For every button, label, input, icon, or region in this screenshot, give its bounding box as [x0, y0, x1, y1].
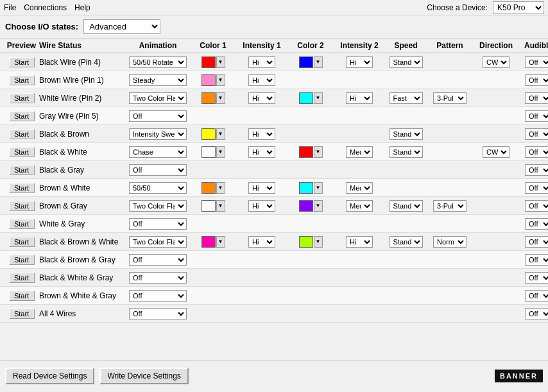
- color1-dropdown-arrow[interactable]: ▼: [216, 146, 225, 158]
- start-button[interactable]: Start: [9, 57, 35, 67]
- intensity2-select[interactable]: HiMedLow: [346, 146, 373, 158]
- color2-dropdown-arrow[interactable]: ▼: [314, 200, 323, 212]
- animation-select[interactable]: OffSteady50/5050/50 RotateChaseTwo Color…: [129, 74, 187, 86]
- start-button[interactable]: Start: [9, 273, 35, 283]
- audible-select[interactable]: OffOn: [525, 110, 548, 122]
- io-select[interactable]: Simple Advanced Expert: [83, 19, 160, 34]
- color2-dropdown-arrow[interactable]: ▼: [314, 236, 323, 248]
- color1-swatch[interactable]: [201, 146, 216, 158]
- start-button[interactable]: Start: [9, 93, 35, 103]
- start-button[interactable]: Start: [9, 75, 35, 85]
- read-device-btn[interactable]: Read Device Settings: [5, 368, 94, 384]
- audible-select[interactable]: OffOn: [525, 236, 548, 248]
- color2-dropdown-arrow[interactable]: ▼: [314, 182, 323, 194]
- intensity1-select[interactable]: HiMedLow: [248, 236, 275, 248]
- color2-swatch[interactable]: [299, 236, 313, 248]
- intensity1-select[interactable]: HiMedLow: [248, 146, 275, 158]
- menu-help[interactable]: Help: [74, 3, 90, 12]
- start-button[interactable]: Start: [9, 255, 35, 265]
- intensity1-select[interactable]: HiMedLow: [248, 182, 275, 194]
- audible-select[interactable]: OffOn: [525, 200, 548, 212]
- speed-select[interactable]: FastMedStandSlow: [390, 146, 423, 158]
- menu-file[interactable]: File: [4, 3, 16, 12]
- start-button[interactable]: Start: [9, 201, 35, 211]
- start-button[interactable]: Start: [9, 147, 35, 157]
- pattern-select[interactable]: Norm3-Pul5-Pul: [433, 236, 467, 248]
- start-button[interactable]: Start: [9, 309, 35, 319]
- color1-dropdown-arrow[interactable]: ▼: [216, 200, 225, 212]
- audible-select[interactable]: OffOn: [525, 128, 548, 140]
- audible-select[interactable]: OffOn: [525, 146, 548, 158]
- intensity1-select[interactable]: HiMedLow: [248, 74, 275, 86]
- color1-dropdown-arrow[interactable]: ▼: [216, 182, 225, 194]
- animation-select[interactable]: OffSteady50/5050/50 RotateChaseTwo Color…: [129, 218, 187, 230]
- intensity2-select[interactable]: HiMedLow: [346, 182, 373, 194]
- audible-select[interactable]: OffOn: [525, 164, 548, 176]
- menu-connections[interactable]: Connections: [24, 3, 67, 12]
- animation-select[interactable]: OffSteady50/5050/50 RotateChaseTwo Color…: [129, 272, 187, 284]
- color2-swatch[interactable]: [299, 182, 313, 194]
- color2-dropdown-arrow[interactable]: ▼: [314, 56, 323, 68]
- start-button[interactable]: Start: [9, 237, 35, 247]
- audible-select[interactable]: OffOn: [525, 254, 548, 266]
- start-button[interactable]: Start: [9, 111, 35, 121]
- color1-swatch[interactable]: [201, 200, 216, 212]
- animation-select[interactable]: OffSteady50/5050/50 RotateChaseTwo Color…: [129, 56, 187, 68]
- start-button[interactable]: Start: [9, 129, 35, 139]
- speed-select[interactable]: FastMedStandSlow: [390, 92, 423, 104]
- intensity2-select[interactable]: HiMedLow: [346, 236, 373, 248]
- animation-select[interactable]: OffSteady50/5050/50 RotateChaseTwo Color…: [129, 146, 187, 158]
- color1-swatch[interactable]: [201, 128, 216, 140]
- animation-select[interactable]: OffSteady50/5050/50 RotateChaseTwo Color…: [129, 92, 187, 104]
- start-button[interactable]: Start: [9, 219, 35, 229]
- pattern-select[interactable]: Norm3-Pul5-Pul: [433, 92, 467, 104]
- audible-select[interactable]: OffOn: [525, 92, 548, 104]
- color1-dropdown-arrow[interactable]: ▼: [216, 74, 225, 86]
- color1-swatch[interactable]: [201, 236, 216, 248]
- animation-select[interactable]: OffSteady50/5050/50 RotateChaseTwo Color…: [129, 254, 187, 266]
- color1-swatch[interactable]: [201, 56, 216, 68]
- color1-dropdown-arrow[interactable]: ▼: [216, 92, 225, 104]
- intensity2-select[interactable]: HiMedLow: [346, 92, 373, 104]
- animation-select[interactable]: OffSteady50/5050/50 RotateChaseTwo Color…: [129, 308, 187, 320]
- intensity1-select[interactable]: HiMedLow: [248, 128, 275, 140]
- write-device-btn[interactable]: Write Device Settings: [99, 368, 189, 384]
- color1-dropdown-arrow[interactable]: ▼: [216, 236, 225, 248]
- device-select[interactable]: K50 Pro: [493, 1, 544, 14]
- color2-swatch[interactable]: [299, 200, 313, 212]
- audible-select[interactable]: OffOn: [525, 272, 548, 284]
- audible-select[interactable]: OffOn: [525, 290, 548, 302]
- color2-dropdown-arrow[interactable]: ▼: [314, 146, 323, 158]
- color2-dropdown-arrow[interactable]: ▼: [314, 92, 323, 104]
- start-button[interactable]: Start: [9, 165, 35, 175]
- animation-select[interactable]: OffSteady50/5050/50 RotateChaseTwo Color…: [129, 128, 187, 140]
- animation-select[interactable]: OffSteady50/5050/50 RotateChaseTwo Color…: [129, 290, 187, 302]
- intensity1-select[interactable]: HiMedLow: [248, 92, 275, 104]
- color1-dropdown-arrow[interactable]: ▼: [216, 128, 225, 140]
- color1-swatch[interactable]: [201, 182, 216, 194]
- pattern-select[interactable]: Norm3-Pul5-Pul: [433, 200, 467, 212]
- direction-select[interactable]: CWCCW: [483, 56, 509, 68]
- audible-select[interactable]: OffOn: [525, 218, 548, 230]
- animation-select[interactable]: OffSteady50/5050/50 RotateChaseTwo Color…: [129, 110, 187, 122]
- audible-select[interactable]: OffOn: [525, 308, 548, 320]
- animation-select[interactable]: OffSteady50/5050/50 RotateChaseTwo Color…: [129, 164, 187, 176]
- animation-select[interactable]: OffSteady50/5050/50 RotateChaseTwo Color…: [129, 200, 187, 212]
- speed-select[interactable]: FastMedStandSlow: [390, 200, 423, 212]
- color2-swatch[interactable]: [299, 56, 313, 68]
- start-button[interactable]: Start: [9, 291, 35, 301]
- color2-swatch[interactable]: [299, 146, 313, 158]
- intensity2-select[interactable]: HiMedLow: [346, 200, 373, 212]
- speed-select[interactable]: FastMedStandSlow: [390, 56, 423, 68]
- intensity1-select[interactable]: HiMedLow: [248, 56, 275, 68]
- audible-select[interactable]: OffOn: [525, 182, 548, 194]
- intensity1-select[interactable]: HiMedLow: [248, 200, 275, 212]
- audible-select[interactable]: OffOn: [525, 56, 548, 68]
- color2-swatch[interactable]: [299, 92, 313, 104]
- color1-swatch[interactable]: [201, 74, 216, 86]
- speed-select[interactable]: FastMedStandSlow: [390, 236, 423, 248]
- start-button[interactable]: Start: [9, 183, 35, 193]
- intensity2-select[interactable]: HiMedLow: [346, 56, 373, 68]
- audible-select[interactable]: OffOn: [525, 74, 548, 86]
- color1-swatch[interactable]: [201, 92, 216, 104]
